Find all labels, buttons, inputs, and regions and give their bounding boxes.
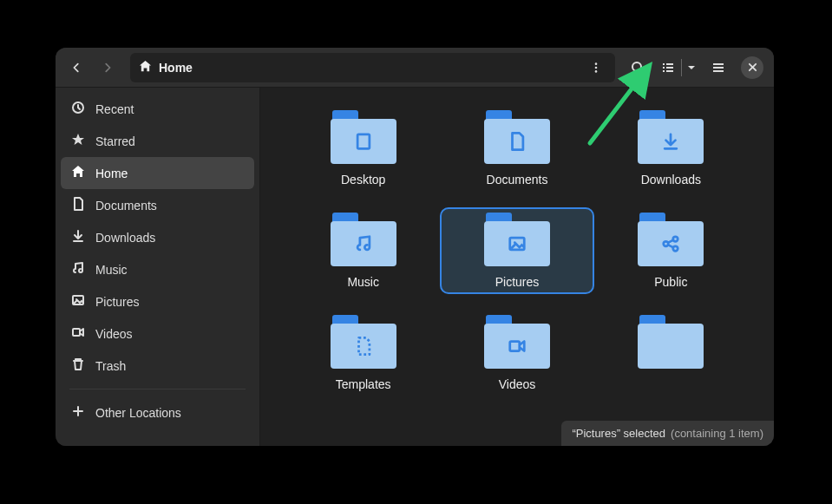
file-item[interactable]: Downloads [594,105,748,192]
file-manager-window: Home RecentStarredHomeDocumen [56,48,774,446]
folder-icon [484,110,550,164]
path-label: Home [159,61,193,75]
svg-rect-17 [357,134,370,149]
file-label: Documents [487,173,548,187]
headerbar: Home [56,48,774,88]
clock-icon [71,101,85,117]
sidebar-item-label: Music [95,263,128,277]
folder-icon [331,213,396,266]
download-icon [71,229,85,245]
sidebar-item-recent[interactable]: Recent [61,93,254,125]
svg-rect-12 [713,70,724,72]
view-toggle [655,54,701,82]
status-bar: “Pictures” selected (containing 1 item) [561,421,774,446]
file-label: Public [654,275,687,289]
sidebar-item-label: Home [95,167,128,180]
image-icon [71,293,85,310]
sidebar-item-label: Other Locations [95,406,181,420]
svg-point-2 [595,70,598,73]
path-menu-button[interactable] [586,57,606,78]
file-item[interactable]: Documents [440,105,593,192]
back-button[interactable] [62,54,90,82]
folder-icon [331,315,396,369]
svg-rect-16 [73,329,80,336]
file-item[interactable]: Desktop [286,105,440,192]
sidebar-item-videos[interactable]: Videos [61,317,254,350]
status-secondary: (containing 1 item) [671,427,763,440]
sidebar-item-downloads[interactable]: Downloads [61,221,254,253]
plus-icon [71,404,85,421]
sidebar-item-label: Downloads [95,231,155,245]
sidebar-item-label: Trash [95,359,126,373]
folder-icon [331,110,396,164]
file-label: Music [347,275,379,289]
home-icon [71,165,85,181]
forward-button[interactable] [94,54,121,82]
sidebar-item-label: Starred [95,134,135,148]
sidebar: RecentStarredHomeDocumentsDownloadsMusic… [56,88,260,446]
sidebar-item-label: Recent [95,102,134,116]
sidebar-item-other-locations[interactable]: Other Locations [61,396,254,429]
svg-rect-11 [713,67,724,69]
svg-rect-5 [666,63,673,65]
folder-icon [638,110,704,164]
file-label: Downloads [641,173,701,187]
file-item[interactable]: Templates [286,310,440,396]
file-item[interactable] [594,310,748,396]
file-grid-area[interactable]: DesktopDocumentsDownloadsMusicPicturesPu… [260,88,774,446]
music-icon [71,261,85,278]
sidebar-item-documents[interactable]: Documents [61,189,254,221]
svg-point-20 [664,241,669,246]
svg-rect-6 [663,67,665,69]
svg-point-1 [595,66,598,69]
hamburger-menu-button[interactable] [704,54,732,82]
file-label: Desktop [341,173,385,187]
status-primary: “Pictures” selected [572,427,665,440]
pathbar[interactable]: Home [130,53,615,82]
sidebar-separator [69,389,246,389]
file-item[interactable]: Pictures [440,207,593,294]
svg-rect-23 [510,342,520,351]
file-label: Pictures [495,275,540,289]
svg-point-22 [673,246,678,252]
svg-rect-8 [663,70,665,72]
doc-icon [71,197,85,213]
close-button[interactable] [741,56,763,79]
svg-rect-9 [666,70,673,72]
video-icon [71,325,85,342]
svg-rect-4 [663,63,665,65]
sidebar-item-pictures[interactable]: Pictures [61,285,254,317]
svg-rect-10 [713,63,724,65]
file-item[interactable]: Music [286,207,440,294]
sidebar-item-music[interactable]: Music [61,253,254,285]
sidebar-item-label: Pictures [95,295,140,309]
view-dropdown-button[interactable] [682,54,701,82]
file-item[interactable]: Public [594,207,748,294]
svg-rect-7 [666,67,673,69]
sidebar-item-starred[interactable]: Starred [61,125,254,157]
sidebar-item-label: Videos [95,327,133,341]
trash-icon [71,357,85,374]
file-label: Templates [336,377,391,391]
star-icon [71,133,85,149]
sidebar-item-label: Documents [95,199,157,213]
folder-icon [638,213,704,266]
home-icon [139,60,152,75]
svg-point-21 [673,237,678,242]
file-label: Videos [499,377,536,391]
file-item[interactable]: Videos [440,310,593,396]
folder-icon [484,315,550,369]
sidebar-item-home[interactable]: Home [61,157,254,189]
folder-icon [484,213,550,266]
svg-point-0 [595,62,598,65]
sidebar-item-trash[interactable]: Trash [61,350,254,382]
folder-icon [638,315,704,369]
list-view-button[interactable] [655,54,681,82]
search-button[interactable] [624,54,652,82]
